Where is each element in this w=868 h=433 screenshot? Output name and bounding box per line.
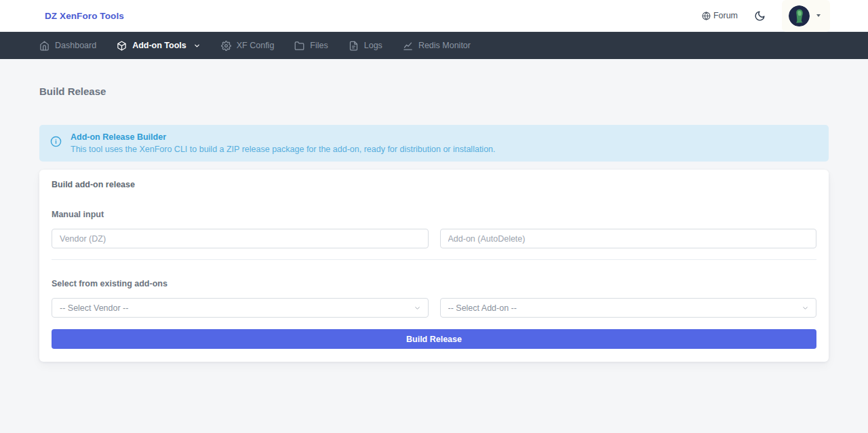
nav-item-files[interactable]: Files bbox=[294, 41, 328, 51]
nav-item-label: XF Config bbox=[237, 41, 275, 50]
package-icon bbox=[117, 41, 127, 51]
nav-item-label: Dashboard bbox=[55, 41, 96, 50]
forum-link-label: Forum bbox=[713, 11, 738, 20]
main-nav: Dashboard Add-on Tools XF Config Files L… bbox=[0, 32, 868, 59]
nav-item-redis-monitor[interactable]: Redis Monitor bbox=[403, 41, 471, 51]
nav-item-xf-config[interactable]: XF Config bbox=[221, 41, 275, 51]
vendor-select[interactable]: -- Select Vendor -- bbox=[52, 298, 429, 318]
addon-select[interactable]: -- Select Add-on -- bbox=[440, 298, 817, 318]
gear-icon bbox=[221, 41, 231, 51]
addon-input[interactable] bbox=[440, 229, 817, 248]
manual-input-label: Manual input bbox=[52, 210, 816, 219]
top-header: DZ XenForo Tools Forum bbox=[0, 0, 868, 32]
globe-icon bbox=[702, 12, 711, 20]
alert-body: This tool uses the XenForo CLI to build … bbox=[71, 145, 496, 154]
nav-item-dashboard[interactable]: Dashboard bbox=[39, 41, 96, 51]
vendor-input[interactable] bbox=[52, 229, 429, 248]
addon-select-wrap: -- Select Add-on -- bbox=[440, 298, 817, 318]
home-icon bbox=[39, 41, 50, 51]
nav-item-label: Logs bbox=[364, 41, 382, 50]
forum-link[interactable]: Forum bbox=[702, 11, 738, 20]
chart-line-icon bbox=[403, 41, 413, 51]
nav-item-logs[interactable]: Logs bbox=[349, 41, 382, 51]
info-alert: Add-on Release Builder This tool uses th… bbox=[39, 125, 829, 162]
select-row: -- Select Vendor -- -- Select Add-on -- bbox=[52, 298, 816, 318]
chevron-down-icon bbox=[193, 42, 201, 50]
select-existing-label: Select from existing add-ons bbox=[52, 279, 816, 288]
alert-title: Add-on Release Builder bbox=[71, 132, 496, 142]
brand-link[interactable]: DZ XenForo Tools bbox=[45, 11, 124, 21]
user-menu[interactable] bbox=[782, 0, 830, 32]
moon-icon bbox=[754, 10, 766, 22]
nav-item-label: Redis Monitor bbox=[418, 41, 471, 50]
header-actions: Forum bbox=[702, 0, 830, 32]
section-divider bbox=[52, 259, 816, 260]
vendor-select-wrap: -- Select Vendor -- bbox=[52, 298, 429, 318]
manual-input-row bbox=[52, 229, 816, 248]
caret-down-icon bbox=[816, 14, 821, 17]
nav-item-label: Files bbox=[310, 41, 328, 50]
nav-item-addon-tools[interactable]: Add-on Tools bbox=[117, 41, 201, 51]
build-release-card: Build add-on release Manual input Select… bbox=[39, 170, 829, 362]
info-icon bbox=[50, 136, 62, 147]
dark-mode-toggle[interactable] bbox=[751, 7, 768, 24]
avatar bbox=[789, 5, 810, 26]
build-release-button[interactable]: Build Release bbox=[52, 329, 816, 349]
page-content: Build Release Add-on Release Builder Thi… bbox=[0, 86, 868, 362]
page-title: Build Release bbox=[39, 86, 829, 97]
folder-icon bbox=[294, 41, 304, 51]
nav-item-label: Add-on Tools bbox=[132, 41, 186, 50]
file-text-icon bbox=[349, 41, 359, 51]
card-title: Build add-on release bbox=[52, 180, 816, 189]
alert-text: Add-on Release Builder This tool uses th… bbox=[71, 132, 496, 154]
